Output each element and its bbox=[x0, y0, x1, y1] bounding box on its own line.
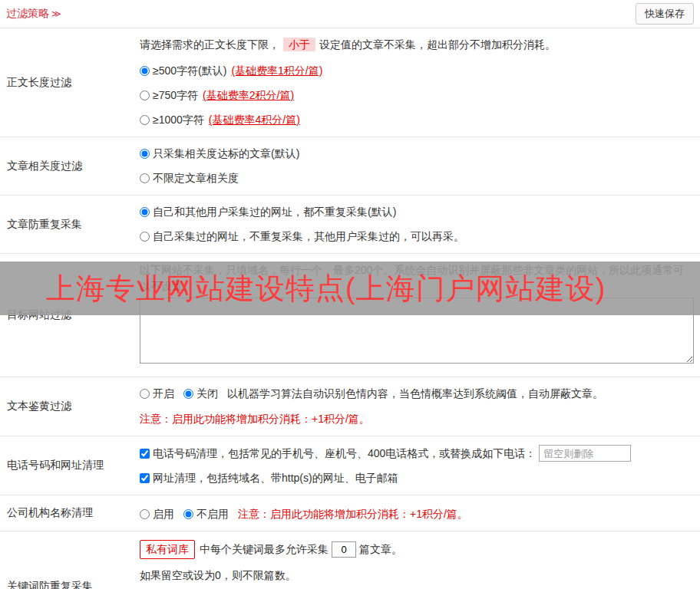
radio-company-off[interactable] bbox=[183, 509, 193, 519]
phone-clean-option[interactable]: 电话号码清理，包括常见的手机号、座机号、400电话格式，或替换成如下电话： bbox=[140, 446, 536, 462]
section-porn-filter: 文本鉴黄过滤 开启 关闭 以机器学习算法自动识别色情内容，当色情概率达到系统阈值… bbox=[0, 377, 700, 436]
length-option-1000[interactable]: ≥1000字符 (基础费率4积分/篇) bbox=[140, 112, 694, 128]
radio-length-500[interactable] bbox=[140, 66, 150, 76]
length-option-1000-label: ≥1000字符 bbox=[153, 112, 204, 128]
radio-company-on[interactable] bbox=[140, 509, 150, 519]
company-option-on-label: 启用 bbox=[153, 506, 174, 522]
dedupe-option-global-label: 自己和其他用户采集过的网址，都不重复采集(默认) bbox=[153, 204, 396, 220]
length-option-500-label: ≥500字符(默认) bbox=[153, 63, 226, 79]
url-clean-option[interactable]: 网址清理，包括纯域名、带http(s)的网址、电子邮箱 bbox=[140, 470, 694, 486]
radio-porn-off[interactable] bbox=[183, 389, 193, 399]
watermark-text: 上海专业网站建设特点(上海门户网站建设) bbox=[46, 269, 606, 308]
company-clean-content: 启用 不启用 注意：启用此功能将增加积分消耗：+1积分/篇。 bbox=[135, 495, 700, 531]
keyword-limit-input[interactable] bbox=[332, 541, 356, 558]
quick-save-button[interactable]: 快速保存 bbox=[636, 3, 694, 25]
relevance-option-any-label: 不限定文章相关度 bbox=[153, 170, 239, 186]
chevron-double-down-icon: ≫ bbox=[51, 8, 61, 19]
relevance-content: 只采集相关度达标的文章(默认) 不限定文章相关度 bbox=[135, 137, 700, 195]
dedupe-content: 自己和其他用户采集过的网址，都不重复采集(默认) 自己采集过的网址，不重复采集，… bbox=[135, 196, 700, 253]
porn-option-on-label: 开启 bbox=[153, 386, 174, 402]
phone-url-content: 电话号码清理，包括常见的手机号、座机号、400电话格式，或替换成如下电话： 网址… bbox=[135, 436, 700, 495]
checkbox-url-clean[interactable] bbox=[140, 473, 150, 483]
keyword-limit-mid: 中每个关键词最多允许采集 bbox=[200, 541, 329, 558]
length-option-500[interactable]: ≥500字符(默认) (基础费率1积分/篇) bbox=[140, 63, 694, 79]
porn-filter-content: 开启 关闭 以机器学习算法自动识别色情内容，当色情概率达到系统阈值，自动屏蔽文章… bbox=[135, 377, 700, 436]
porn-filter-note: 注意：启用此功能将增加积分消耗：+1积分/篇。 bbox=[140, 411, 694, 427]
length-option-500-rate: (基础费率1积分/篇) bbox=[231, 63, 322, 79]
radio-relevance-strict[interactable] bbox=[140, 149, 150, 159]
radio-length-750[interactable] bbox=[140, 90, 150, 100]
body-length-content: 请选择需求的正文长度下限，小于设定值的文章不采集，超出部分不增加积分消耗。 ≥5… bbox=[135, 28, 700, 137]
radio-length-1000[interactable] bbox=[140, 115, 150, 125]
header: 过滤策略 ≫ 快速保存 bbox=[0, 0, 700, 28]
relevance-option-strict[interactable]: 只采集相关度达标的文章(默认) bbox=[140, 146, 694, 162]
keyword-limit-line: 私有词库 中每个关键词最多允许采集 篇文章。 bbox=[140, 540, 694, 559]
section-phone-url-clean: 电话号码和网址清理 电话号码清理，包括常见的手机号、座机号、400电话格式，或替… bbox=[0, 436, 700, 495]
row-label-body-length: 正文长度过滤 bbox=[0, 28, 135, 137]
length-option-750[interactable]: ≥750字符 (基础费率2积分/篇) bbox=[140, 87, 694, 104]
keyword-note-zero: 如果留空或设为0，则不限篇数。 bbox=[140, 568, 694, 584]
section-body-length: 正文长度过滤 请选择需求的正文长度下限，小于设定值的文章不采集，超出部分不增加积… bbox=[0, 28, 700, 137]
dedupe-option-global[interactable]: 自己和其他用户采集过的网址，都不重复采集(默认) bbox=[140, 204, 694, 220]
row-label-company-clean: 公司机构名称清理 bbox=[0, 495, 135, 531]
porn-option-off[interactable]: 关闭 bbox=[183, 386, 218, 402]
row-label-relevance: 文章相关度过滤 bbox=[0, 137, 135, 195]
radio-relevance-any[interactable] bbox=[140, 173, 150, 183]
url-clean-label: 网址清理，包括纯域名、带http(s)的网址、电子邮箱 bbox=[153, 470, 398, 486]
phone-clean-label: 电话号码清理，包括常见的手机号、座机号、400电话格式，或替换成如下电话： bbox=[153, 446, 536, 462]
intro-pre: 请选择需求的正文长度下限， bbox=[140, 38, 279, 51]
row-label-dedupe: 文章防重复采集 bbox=[0, 196, 135, 253]
company-option-off-label: 不启用 bbox=[196, 506, 229, 522]
relevance-option-any[interactable]: 不限定文章相关度 bbox=[140, 170, 694, 186]
length-option-750-label: ≥750字符 bbox=[153, 87, 198, 104]
replacement-phone-input[interactable] bbox=[539, 445, 631, 462]
dedupe-option-self-label: 自己采集过的网址，不重复采集，其他用户采集过的，可以再采。 bbox=[153, 229, 464, 245]
intro-post: 设定值的文章不采集，超出部分不增加积分消耗。 bbox=[319, 38, 556, 51]
section-relevance: 文章相关度过滤 只采集相关度达标的文章(默认) 不限定文章相关度 bbox=[0, 137, 700, 196]
watermark-overlay: 上海专业网站建设特点(上海门户网站建设) bbox=[0, 262, 700, 315]
company-option-off[interactable]: 不启用 bbox=[183, 506, 229, 522]
filter-strategy-page: 过滤策略 ≫ 快速保存 正文长度过滤 请选择需求的正文长度下限，小于设定值的文章… bbox=[0, 0, 700, 589]
porn-option-on[interactable]: 开启 bbox=[140, 386, 174, 402]
radio-dedupe-self[interactable] bbox=[140, 232, 150, 242]
porn-filter-options: 开启 关闭 以机器学习算法自动识别色情内容，当色情概率达到系统阈值，自动屏蔽文章… bbox=[140, 386, 694, 402]
company-clean-note: 注意：启用此功能将增加积分消耗：+1积分/篇。 bbox=[238, 506, 468, 522]
radio-porn-on[interactable] bbox=[140, 389, 150, 399]
section-dedupe: 文章防重复采集 自己和其他用户采集过的网址，都不重复采集(默认) 自己采集过的网… bbox=[0, 196, 700, 254]
section-company-clean: 公司机构名称清理 启用 不启用 注意：启用此功能将增加积分消耗：+1积分/篇。 bbox=[0, 495, 700, 531]
porn-option-off-label: 关闭 bbox=[196, 386, 218, 402]
private-lexicon-tag: 私有词库 bbox=[140, 540, 195, 559]
company-option-on[interactable]: 启用 bbox=[140, 506, 174, 522]
length-option-750-rate: (基础费率2积分/篇) bbox=[203, 87, 294, 104]
page-title-toggle[interactable]: 过滤策略 ≫ bbox=[6, 7, 61, 21]
page-title: 过滤策略 bbox=[6, 7, 49, 21]
row-label-keyword-dedupe: 关键词防重复采集 bbox=[0, 531, 135, 589]
keyword-limit-end: 篇文章。 bbox=[359, 541, 402, 558]
relevance-option-strict-label: 只采集相关度达标的文章(默认) bbox=[153, 146, 299, 162]
phone-clean-line: 电话号码清理，包括常见的手机号、座机号、400电话格式，或替换成如下电话： bbox=[140, 445, 694, 462]
dedupe-option-self[interactable]: 自己采集过的网址，不重复采集，其他用户采集过的，可以再采。 bbox=[140, 229, 694, 245]
row-label-porn-filter: 文本鉴黄过滤 bbox=[0, 377, 135, 436]
checkbox-phone-clean[interactable] bbox=[140, 449, 150, 459]
radio-dedupe-global[interactable] bbox=[140, 207, 150, 217]
length-option-1000-rate: (基础费率4积分/篇) bbox=[209, 112, 300, 128]
less-than-tag: 小于 bbox=[283, 38, 315, 51]
body-length-intro: 请选择需求的正文长度下限，小于设定值的文章不采集，超出部分不增加积分消耗。 bbox=[140, 37, 694, 53]
porn-filter-desc: 以机器学习算法自动识别色情内容，当色情概率达到系统阈值，自动屏蔽文章。 bbox=[227, 386, 603, 402]
row-label-phone-url: 电话号码和网址清理 bbox=[0, 436, 135, 495]
section-keyword-dedupe: 关键词防重复采集 私有词库 中每个关键词最多允许采集 篇文章。 如果留空或设为0… bbox=[0, 531, 700, 589]
keyword-dedupe-content: 私有词库 中每个关键词最多允许采集 篇文章。 如果留空或设为0，则不限篇数。 如… bbox=[135, 531, 700, 589]
